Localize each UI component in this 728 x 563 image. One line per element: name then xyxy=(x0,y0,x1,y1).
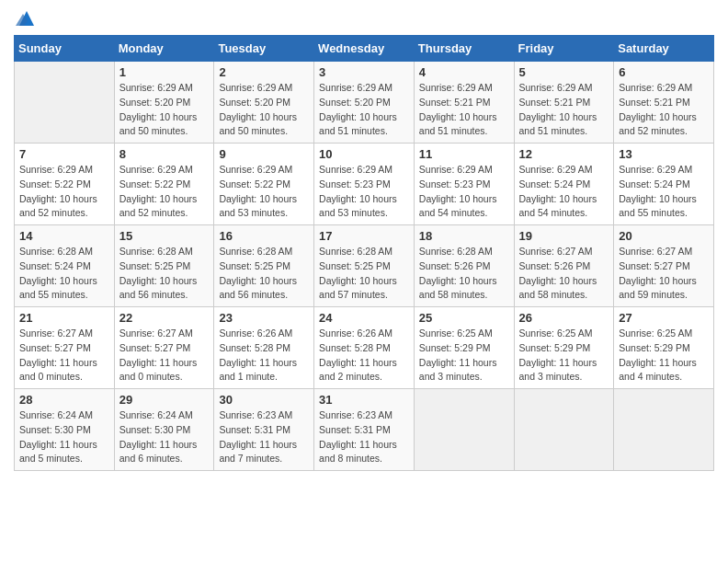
logo xyxy=(14,9,36,28)
day-info: Sunrise: 6:28 AMSunset: 5:25 PMDaylight:… xyxy=(319,245,409,303)
day-info: Sunrise: 6:29 AMSunset: 5:20 PMDaylight:… xyxy=(319,81,409,139)
day-header-sunday: Sunday xyxy=(15,36,115,62)
day-header-tuesday: Tuesday xyxy=(214,36,314,62)
day-info: Sunrise: 6:27 AMSunset: 5:27 PMDaylight:… xyxy=(119,327,210,385)
calendar-table: SundayMondayTuesdayWednesdayThursdayFrid… xyxy=(14,35,714,471)
day-info: Sunrise: 6:29 AMSunset: 5:22 PMDaylight:… xyxy=(219,163,309,221)
day-header-friday: Friday xyxy=(514,36,614,62)
calendar-week-2: 7Sunrise: 6:29 AMSunset: 5:22 PMDaylight… xyxy=(15,144,714,225)
day-number: 17 xyxy=(319,229,409,243)
day-info: Sunrise: 6:26 AMSunset: 5:28 PMDaylight:… xyxy=(219,327,309,385)
calendar-cell: 4Sunrise: 6:29 AMSunset: 5:21 PMDaylight… xyxy=(414,62,514,144)
day-info: Sunrise: 6:29 AMSunset: 5:23 PMDaylight:… xyxy=(319,163,409,221)
calendar-cell: 25Sunrise: 6:25 AMSunset: 5:29 PMDayligh… xyxy=(414,307,514,389)
day-number: 28 xyxy=(19,393,109,407)
day-info: Sunrise: 6:29 AMSunset: 5:23 PMDaylight:… xyxy=(419,163,509,221)
day-info: Sunrise: 6:28 AMSunset: 5:25 PMDaylight:… xyxy=(219,245,309,303)
calendar-cell xyxy=(414,389,514,471)
day-number: 8 xyxy=(119,147,210,161)
calendar-cell: 22Sunrise: 6:27 AMSunset: 5:27 PMDayligh… xyxy=(114,307,214,389)
day-number: 7 xyxy=(19,147,109,161)
calendar-cell: 31Sunrise: 6:23 AMSunset: 5:31 PMDayligh… xyxy=(314,389,415,471)
calendar-week-1: 1Sunrise: 6:29 AMSunset: 5:20 PMDaylight… xyxy=(15,62,714,144)
day-info: Sunrise: 6:25 AMSunset: 5:29 PMDaylight:… xyxy=(619,327,709,385)
calendar-week-3: 14Sunrise: 6:28 AMSunset: 5:24 PMDayligh… xyxy=(15,225,714,307)
day-info: Sunrise: 6:23 AMSunset: 5:31 PMDaylight:… xyxy=(219,408,309,466)
calendar-cell: 28Sunrise: 6:24 AMSunset: 5:30 PMDayligh… xyxy=(15,389,115,471)
day-number: 23 xyxy=(219,311,309,325)
day-number: 20 xyxy=(619,229,709,243)
day-number: 19 xyxy=(519,229,609,243)
day-info: Sunrise: 6:29 AMSunset: 5:22 PMDaylight:… xyxy=(19,163,109,221)
day-number: 27 xyxy=(619,311,709,325)
day-info: Sunrise: 6:29 AMSunset: 5:21 PMDaylight:… xyxy=(519,81,609,139)
day-number: 25 xyxy=(419,311,509,325)
calendar-cell: 3Sunrise: 6:29 AMSunset: 5:20 PMDaylight… xyxy=(314,62,415,144)
day-number: 22 xyxy=(119,311,210,325)
calendar-cell: 5Sunrise: 6:29 AMSunset: 5:21 PMDaylight… xyxy=(514,62,614,144)
day-info: Sunrise: 6:29 AMSunset: 5:21 PMDaylight:… xyxy=(419,81,509,139)
day-info: Sunrise: 6:24 AMSunset: 5:30 PMDaylight:… xyxy=(19,408,109,466)
calendar-cell: 17Sunrise: 6:28 AMSunset: 5:25 PMDayligh… xyxy=(314,225,415,307)
day-info: Sunrise: 6:29 AMSunset: 5:20 PMDaylight:… xyxy=(219,81,309,139)
day-number: 31 xyxy=(319,393,409,407)
day-number: 14 xyxy=(19,229,109,243)
day-header-thursday: Thursday xyxy=(414,36,514,62)
calendar-cell: 14Sunrise: 6:28 AMSunset: 5:24 PMDayligh… xyxy=(15,225,115,307)
day-info: Sunrise: 6:28 AMSunset: 5:24 PMDaylight:… xyxy=(19,245,109,303)
day-header-monday: Monday xyxy=(114,36,214,62)
calendar-week-4: 21Sunrise: 6:27 AMSunset: 5:27 PMDayligh… xyxy=(15,307,714,389)
day-info: Sunrise: 6:29 AMSunset: 5:22 PMDaylight:… xyxy=(119,163,210,221)
day-number: 2 xyxy=(219,65,309,79)
day-info: Sunrise: 6:29 AMSunset: 5:21 PMDaylight:… xyxy=(619,81,709,139)
calendar-cell: 29Sunrise: 6:24 AMSunset: 5:30 PMDayligh… xyxy=(114,389,214,471)
day-info: Sunrise: 6:27 AMSunset: 5:27 PMDaylight:… xyxy=(619,245,709,303)
calendar-cell: 1Sunrise: 6:29 AMSunset: 5:20 PMDaylight… xyxy=(114,62,214,144)
day-number: 10 xyxy=(319,147,409,161)
calendar-header-row: SundayMondayTuesdayWednesdayThursdayFrid… xyxy=(15,36,714,62)
day-info: Sunrise: 6:29 AMSunset: 5:24 PMDaylight:… xyxy=(619,163,709,221)
day-info: Sunrise: 6:29 AMSunset: 5:24 PMDaylight:… xyxy=(519,163,609,221)
day-info: Sunrise: 6:27 AMSunset: 5:26 PMDaylight:… xyxy=(519,245,609,303)
calendar-week-5: 28Sunrise: 6:24 AMSunset: 5:30 PMDayligh… xyxy=(15,389,714,471)
day-number: 6 xyxy=(619,65,709,79)
day-info: Sunrise: 6:23 AMSunset: 5:31 PMDaylight:… xyxy=(319,408,409,466)
day-number: 11 xyxy=(419,147,509,161)
day-info: Sunrise: 6:29 AMSunset: 5:20 PMDaylight:… xyxy=(119,81,210,139)
day-number: 18 xyxy=(419,229,509,243)
calendar-cell: 18Sunrise: 6:28 AMSunset: 5:26 PMDayligh… xyxy=(414,225,514,307)
day-number: 12 xyxy=(519,147,609,161)
calendar-cell: 6Sunrise: 6:29 AMSunset: 5:21 PMDaylight… xyxy=(614,62,714,144)
day-number: 24 xyxy=(319,311,409,325)
day-header-saturday: Saturday xyxy=(614,36,714,62)
day-number: 3 xyxy=(319,65,409,79)
calendar-cell: 24Sunrise: 6:26 AMSunset: 5:28 PMDayligh… xyxy=(314,307,415,389)
day-number: 26 xyxy=(519,311,609,325)
calendar-cell: 16Sunrise: 6:28 AMSunset: 5:25 PMDayligh… xyxy=(214,225,314,307)
calendar-cell: 10Sunrise: 6:29 AMSunset: 5:23 PMDayligh… xyxy=(314,144,415,225)
day-info: Sunrise: 6:24 AMSunset: 5:30 PMDaylight:… xyxy=(119,408,210,466)
calendar-cell: 30Sunrise: 6:23 AMSunset: 5:31 PMDayligh… xyxy=(214,389,314,471)
calendar-cell: 2Sunrise: 6:29 AMSunset: 5:20 PMDaylight… xyxy=(214,62,314,144)
calendar-cell: 23Sunrise: 6:26 AMSunset: 5:28 PMDayligh… xyxy=(214,307,314,389)
day-number: 1 xyxy=(119,65,210,79)
day-info: Sunrise: 6:28 AMSunset: 5:25 PMDaylight:… xyxy=(119,245,210,303)
calendar-cell: 26Sunrise: 6:25 AMSunset: 5:29 PMDayligh… xyxy=(514,307,614,389)
calendar-cell: 7Sunrise: 6:29 AMSunset: 5:22 PMDaylight… xyxy=(15,144,115,225)
day-number: 5 xyxy=(519,65,609,79)
day-info: Sunrise: 6:26 AMSunset: 5:28 PMDaylight:… xyxy=(319,327,409,385)
day-number: 15 xyxy=(119,229,210,243)
calendar-cell xyxy=(614,389,714,471)
calendar-cell: 11Sunrise: 6:29 AMSunset: 5:23 PMDayligh… xyxy=(414,144,514,225)
page-header xyxy=(14,9,714,28)
day-number: 21 xyxy=(19,311,109,325)
calendar-cell xyxy=(514,389,614,471)
day-number: 4 xyxy=(419,65,509,79)
calendar-cell: 9Sunrise: 6:29 AMSunset: 5:22 PMDaylight… xyxy=(214,144,314,225)
day-info: Sunrise: 6:25 AMSunset: 5:29 PMDaylight:… xyxy=(419,327,509,385)
day-info: Sunrise: 6:25 AMSunset: 5:29 PMDaylight:… xyxy=(519,327,609,385)
calendar-cell: 15Sunrise: 6:28 AMSunset: 5:25 PMDayligh… xyxy=(114,225,214,307)
calendar-cell: 20Sunrise: 6:27 AMSunset: 5:27 PMDayligh… xyxy=(614,225,714,307)
calendar-cell: 27Sunrise: 6:25 AMSunset: 5:29 PMDayligh… xyxy=(614,307,714,389)
calendar-cell: 12Sunrise: 6:29 AMSunset: 5:24 PMDayligh… xyxy=(514,144,614,225)
